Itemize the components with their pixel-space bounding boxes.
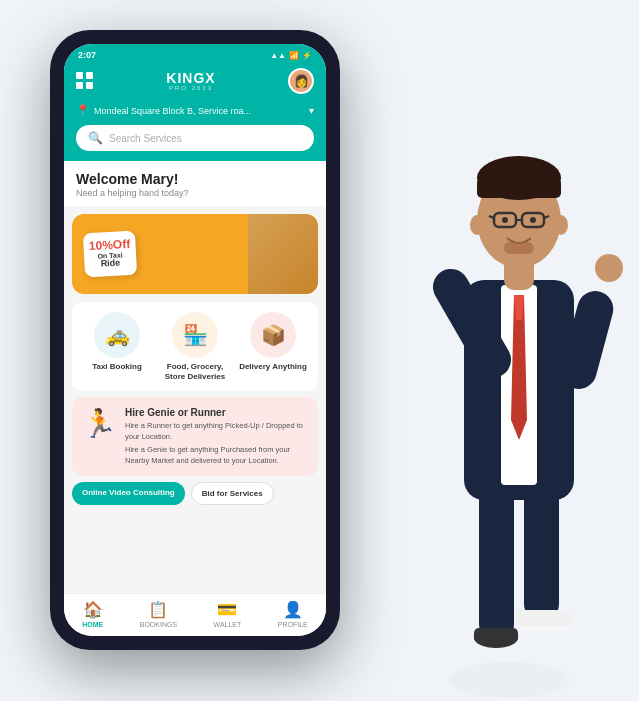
svg-rect-2	[524, 480, 559, 620]
scene: 2:07 ▲▲ 📶 ⚡ KING	[0, 0, 639, 701]
nav-profile[interactable]: 👤 PROFILE	[278, 600, 308, 628]
logo-sub: PRO 2023	[166, 85, 215, 91]
time-display: 2:07	[78, 50, 96, 60]
promo-ride-text: Ride	[101, 259, 121, 270]
svg-point-26	[470, 215, 484, 235]
tab-bid-label: Bid for Services	[202, 489, 263, 498]
nav-bookings-label: BOOKINGS	[140, 621, 177, 628]
app-header: KINGX PRO 2023 👩	[64, 64, 326, 102]
search-icon: 🔍	[88, 131, 103, 145]
home-icon: 🏠	[83, 600, 103, 619]
taxi-icon: 🚕	[94, 312, 140, 358]
svg-rect-11	[426, 262, 517, 384]
phone-screen: 2:07 ▲▲ 📶 ⚡ KING	[64, 44, 326, 636]
taxi-label: Taxi Booking	[92, 362, 142, 372]
nav-bookings[interactable]: 📋 BOOKINGS	[140, 600, 177, 628]
location-pin-icon: 📍	[76, 104, 90, 117]
svg-point-16	[477, 156, 561, 200]
delivery-icon: 📦	[250, 312, 296, 358]
battery-icon: ⚡	[302, 51, 312, 60]
promo-side-decor	[248, 214, 318, 294]
nav-home-label: HOME	[82, 621, 103, 628]
phone-wrapper: 2:07 ▲▲ 📶 ⚡ KING	[50, 30, 340, 650]
status-bar: 2:07 ▲▲ 📶 ⚡	[64, 44, 326, 64]
welcome-title: Welcome Mary!	[76, 171, 314, 187]
nav-profile-label: PROFILE	[278, 621, 308, 628]
genie-desc1: Hire a Runner to get anything Picked-Up …	[125, 421, 308, 442]
nav-wallet[interactable]: 💳 WALLET	[214, 600, 242, 628]
promo-text: 10%Off On Taxi Ride	[84, 232, 136, 276]
svg-marker-9	[511, 295, 527, 440]
avatar-emoji: 👩	[294, 74, 309, 88]
svg-point-5	[516, 610, 572, 634]
location-chevron-icon: ▾	[309, 105, 314, 116]
nav-wallet-label: WALLET	[214, 621, 242, 628]
genie-desc2: Hire a Genie to get anything Purchased f…	[125, 445, 308, 466]
service-delivery[interactable]: 📦 Delivery Anything	[238, 312, 308, 381]
food-icon: 🏪	[172, 312, 218, 358]
genie-runner-icon: 🏃	[82, 407, 117, 440]
delivery-label: Delivery Anything	[239, 362, 307, 372]
tab-bid-services[interactable]: Bid for Services	[191, 482, 274, 505]
svg-rect-12	[557, 287, 618, 393]
promo-banner[interactable]: 10%Off On Taxi Ride	[72, 214, 318, 294]
svg-rect-25	[504, 242, 534, 254]
svg-rect-6	[516, 610, 571, 626]
services-grid: 🚕 Taxi Booking 🏪 Food, Grocery, Store De…	[72, 302, 318, 391]
service-taxi[interactable]: 🚕 Taxi Booking	[82, 312, 152, 381]
svg-marker-10	[514, 295, 524, 320]
search-input[interactable]: 🔍 Search Services	[76, 125, 314, 151]
welcome-subtitle: Need a helping hand today?	[76, 188, 314, 198]
svg-point-15	[477, 172, 561, 268]
svg-rect-1	[479, 480, 514, 640]
logo-main: KINGX	[166, 71, 215, 85]
svg-point-23	[502, 217, 508, 223]
svg-point-0	[449, 662, 569, 698]
svg-rect-18	[494, 213, 516, 227]
svg-line-21	[489, 216, 494, 218]
bottom-nav: 🏠 HOME 📋 BOOKINGS 💳 WALLET 👤 PROFILE	[64, 593, 326, 636]
search-bar-container: 🔍 Search Services	[64, 125, 326, 161]
svg-rect-19	[522, 213, 544, 227]
promo-discount-badge: 10%Off On Taxi Ride	[83, 231, 137, 278]
wifi-icon: 📶	[289, 51, 299, 60]
main-content: Welcome Mary! Need a helping hand today?…	[64, 161, 326, 593]
profile-icon: 👤	[283, 600, 303, 619]
tab-video-label: Online Video Consulting	[82, 488, 175, 497]
svg-line-22	[544, 216, 549, 218]
genie-content: Hire Genie or Runner Hire a Runner to ge…	[125, 407, 308, 466]
nav-home[interactable]: 🏠 HOME	[82, 600, 103, 628]
genie-title: Hire Genie or Runner	[125, 407, 308, 418]
tab-online-video[interactable]: Online Video Consulting	[72, 482, 185, 505]
location-bar[interactable]: 📍 Mondeal Square Block B, Service roa...…	[64, 102, 326, 125]
svg-rect-17	[477, 178, 561, 198]
svg-rect-8	[501, 285, 537, 485]
genie-section[interactable]: 🏃 Hire Genie or Runner Hire a Runner to …	[72, 397, 318, 476]
grid-menu-icon[interactable]	[76, 72, 94, 90]
welcome-section: Welcome Mary! Need a helping hand today?	[64, 161, 326, 206]
location-address: Mondeal Square Block B, Service roa...	[94, 106, 305, 116]
wallet-icon: 💳	[217, 600, 237, 619]
promo-pct: 10%Off	[89, 238, 131, 253]
svg-rect-14	[504, 255, 534, 290]
app-logo: KINGX PRO 2023	[166, 71, 215, 91]
bookings-icon: 📋	[148, 600, 168, 619]
signal-icon: ▲▲	[270, 51, 286, 60]
avatar[interactable]: 👩	[288, 68, 314, 94]
svg-point-24	[530, 217, 536, 223]
food-label: Food, Grocery, Store Deliveries	[160, 362, 230, 381]
service-food[interactable]: 🏪 Food, Grocery, Store Deliveries	[160, 312, 230, 381]
tab-section: Online Video Consulting Bid for Services	[72, 482, 318, 505]
status-right: ▲▲ 📶 ⚡	[270, 51, 312, 60]
phone-frame: 2:07 ▲▲ 📶 ⚡ KING	[50, 30, 340, 650]
svg-rect-4	[474, 628, 518, 642]
svg-point-3	[474, 628, 518, 648]
search-placeholder-text: Search Services	[109, 133, 182, 144]
svg-rect-7	[464, 280, 574, 500]
svg-point-13	[595, 254, 623, 282]
svg-point-27	[554, 215, 568, 235]
